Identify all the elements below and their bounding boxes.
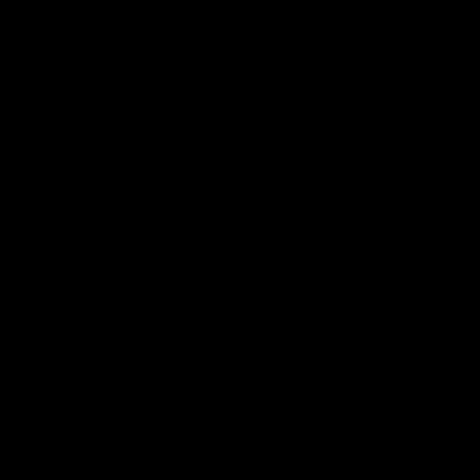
chart-container: { "attribution": "TheBottleneck.com", "c… bbox=[0, 0, 476, 476]
bottleneck-chart bbox=[0, 0, 476, 476]
